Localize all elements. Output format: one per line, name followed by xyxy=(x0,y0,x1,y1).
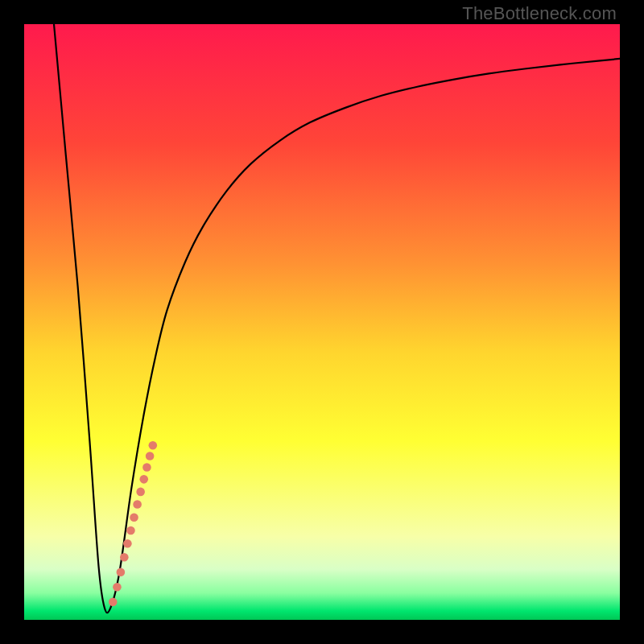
highlight-dot xyxy=(120,553,129,562)
highlight-dot xyxy=(117,568,126,577)
highlight-segment xyxy=(109,441,157,606)
highlight-dot xyxy=(126,526,135,535)
curve-layer xyxy=(24,24,620,620)
highlight-dot xyxy=(123,539,132,548)
highlight-dot xyxy=(109,598,118,607)
highlight-dot xyxy=(130,513,138,522)
highlight-dot xyxy=(113,583,122,592)
highlight-dot xyxy=(136,488,145,497)
highlight-dot xyxy=(149,441,158,450)
chart-frame: TheBottleneck.com xyxy=(0,0,644,644)
highlight-dot xyxy=(139,475,148,484)
plot-area xyxy=(24,24,620,620)
highlight-dot xyxy=(142,463,151,472)
watermark-text: TheBottleneck.com xyxy=(462,3,617,24)
bottleneck-curve xyxy=(54,24,620,613)
highlight-dot xyxy=(133,500,142,509)
highlight-dot xyxy=(146,452,155,460)
